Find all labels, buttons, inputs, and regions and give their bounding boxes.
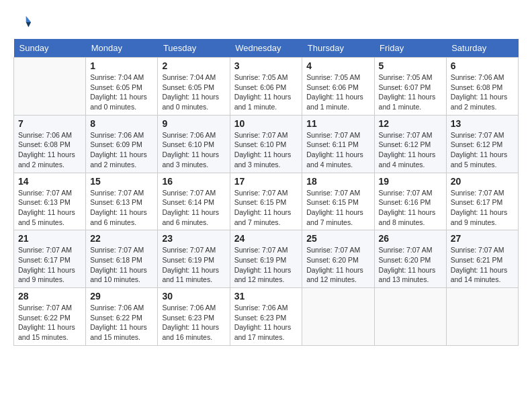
cell-info: Sunrise: 7:06 AMSunset: 6:22 PMDaylight:…	[90, 303, 153, 342]
cell-info: Sunrise: 7:07 AMSunset: 6:16 PMDaylight:…	[379, 188, 442, 228]
calendar-cell: 12Sunrise: 7:07 AMSunset: 6:12 PMDayligh…	[374, 115, 446, 173]
calendar-cell: 30Sunrise: 7:06 AMSunset: 6:23 PMDayligh…	[158, 288, 230, 346]
day-number: 22	[90, 233, 153, 244]
calendar-cell: 14Sunrise: 7:07 AMSunset: 6:13 PMDayligh…	[14, 173, 86, 230]
cell-info: Sunrise: 7:07 AMSunset: 6:15 PMDaylight:…	[306, 188, 369, 228]
day-number: 11	[306, 118, 369, 129]
calendar-cell: 21Sunrise: 7:07 AMSunset: 6:17 PMDayligh…	[14, 230, 86, 288]
calendar-cell	[446, 288, 518, 346]
calendar-cell: 24Sunrise: 7:07 AMSunset: 6:19 PMDayligh…	[230, 230, 302, 288]
calendar-cell: 20Sunrise: 7:07 AMSunset: 6:17 PMDayligh…	[446, 173, 518, 230]
calendar-cell: 7Sunrise: 7:06 AMSunset: 6:08 PMDaylight…	[14, 115, 86, 173]
day-number: 31	[234, 291, 298, 302]
calendar-cell: 18Sunrise: 7:07 AMSunset: 6:15 PMDayligh…	[302, 173, 374, 230]
calendar-cell: 6Sunrise: 7:06 AMSunset: 6:08 PMDaylight…	[446, 58, 518, 116]
header-day-monday: Monday	[86, 39, 158, 58]
day-number: 1	[90, 60, 153, 71]
cell-info: Sunrise: 7:07 AMSunset: 6:17 PMDaylight:…	[18, 245, 81, 285]
day-number: 2	[162, 60, 225, 71]
cell-info: Sunrise: 7:05 AMSunset: 6:06 PMDaylight:…	[306, 73, 369, 112]
cell-info: Sunrise: 7:07 AMSunset: 6:17 PMDaylight:…	[451, 188, 514, 228]
calendar-cell: 29Sunrise: 7:06 AMSunset: 6:22 PMDayligh…	[86, 288, 158, 346]
week-row-4: 28Sunrise: 7:07 AMSunset: 6:22 PMDayligh…	[14, 288, 519, 346]
day-number: 24	[234, 233, 298, 244]
cell-info: Sunrise: 7:07 AMSunset: 6:20 PMDaylight:…	[379, 245, 442, 285]
calendar-cell: 28Sunrise: 7:07 AMSunset: 6:22 PMDayligh…	[14, 288, 86, 346]
week-row-3: 21Sunrise: 7:07 AMSunset: 6:17 PMDayligh…	[14, 230, 519, 288]
calendar-header: SundayMondayTuesdayWednesdayThursdayFrid…	[14, 39, 519, 58]
cell-info: Sunrise: 7:06 AMSunset: 6:10 PMDaylight:…	[162, 130, 225, 170]
calendar-cell: 22Sunrise: 7:07 AMSunset: 6:18 PMDayligh…	[86, 230, 158, 288]
logo-icon	[13, 13, 32, 32]
cell-info: Sunrise: 7:07 AMSunset: 6:15 PMDaylight:…	[234, 188, 298, 228]
calendar-cell: 10Sunrise: 7:07 AMSunset: 6:10 PMDayligh…	[230, 115, 302, 173]
calendar-cell: 16Sunrise: 7:07 AMSunset: 6:14 PMDayligh…	[158, 173, 230, 230]
calendar-cell: 23Sunrise: 7:07 AMSunset: 6:19 PMDayligh…	[158, 230, 230, 288]
cell-info: Sunrise: 7:04 AMSunset: 6:05 PMDaylight:…	[90, 73, 153, 112]
calendar-cell: 19Sunrise: 7:07 AMSunset: 6:16 PMDayligh…	[374, 173, 446, 230]
calendar-cell: 5Sunrise: 7:05 AMSunset: 6:07 PMDaylight…	[374, 58, 446, 116]
cell-info: Sunrise: 7:07 AMSunset: 6:21 PMDaylight:…	[451, 245, 514, 285]
day-number: 29	[90, 291, 153, 302]
calendar-cell: 8Sunrise: 7:06 AMSunset: 6:09 PMDaylight…	[86, 115, 158, 173]
calendar-cell	[14, 58, 86, 116]
day-number: 19	[379, 176, 442, 187]
calendar-cell: 26Sunrise: 7:07 AMSunset: 6:20 PMDayligh…	[374, 230, 446, 288]
cell-info: Sunrise: 7:07 AMSunset: 6:14 PMDaylight:…	[162, 188, 225, 228]
cell-info: Sunrise: 7:05 AMSunset: 6:07 PMDaylight:…	[379, 73, 442, 112]
calendar-cell: 4Sunrise: 7:05 AMSunset: 6:06 PMDaylight…	[302, 58, 374, 116]
day-number: 28	[18, 291, 81, 302]
header-day-thursday: Thursday	[302, 39, 374, 58]
cell-info: Sunrise: 7:07 AMSunset: 6:22 PMDaylight:…	[18, 303, 81, 342]
cell-info: Sunrise: 7:07 AMSunset: 6:19 PMDaylight:…	[234, 245, 298, 285]
day-number: 16	[162, 176, 225, 187]
cell-info: Sunrise: 7:07 AMSunset: 6:10 PMDaylight:…	[234, 130, 298, 170]
cell-info: Sunrise: 7:04 AMSunset: 6:05 PMDaylight:…	[162, 73, 225, 112]
cell-info: Sunrise: 7:07 AMSunset: 6:11 PMDaylight:…	[306, 130, 369, 170]
cell-info: Sunrise: 7:07 AMSunset: 6:12 PMDaylight:…	[379, 130, 442, 170]
day-number: 10	[234, 118, 298, 129]
cell-info: Sunrise: 7:07 AMSunset: 6:19 PMDaylight:…	[162, 245, 225, 285]
calendar-cell: 13Sunrise: 7:07 AMSunset: 6:12 PMDayligh…	[446, 115, 518, 173]
week-row-2: 14Sunrise: 7:07 AMSunset: 6:13 PMDayligh…	[14, 173, 519, 230]
day-number: 14	[18, 176, 81, 187]
day-number: 9	[162, 118, 225, 129]
calendar-cell: 31Sunrise: 7:06 AMSunset: 6:23 PMDayligh…	[230, 288, 302, 346]
calendar-cell: 2Sunrise: 7:04 AMSunset: 6:05 PMDaylight…	[158, 58, 230, 116]
day-number: 30	[162, 291, 225, 302]
day-number: 21	[18, 233, 81, 244]
cell-info: Sunrise: 7:07 AMSunset: 6:12 PMDaylight:…	[451, 130, 514, 170]
day-number: 8	[90, 118, 153, 129]
cell-info: Sunrise: 7:07 AMSunset: 6:20 PMDaylight:…	[306, 245, 369, 285]
calendar-cell: 15Sunrise: 7:07 AMSunset: 6:13 PMDayligh…	[86, 173, 158, 230]
day-number: 25	[306, 233, 369, 244]
header-day-wednesday: Wednesday	[230, 39, 302, 58]
day-number: 17	[234, 176, 298, 187]
header-row: SundayMondayTuesdayWednesdayThursdayFrid…	[14, 39, 519, 58]
calendar-cell	[302, 288, 374, 346]
cell-info: Sunrise: 7:05 AMSunset: 6:06 PMDaylight:…	[234, 73, 298, 112]
day-number: 12	[379, 118, 442, 129]
cell-info: Sunrise: 7:06 AMSunset: 6:08 PMDaylight:…	[451, 73, 514, 112]
cell-info: Sunrise: 7:07 AMSunset: 6:18 PMDaylight:…	[90, 245, 153, 285]
cell-info: Sunrise: 7:06 AMSunset: 6:23 PMDaylight:…	[162, 303, 225, 342]
header-day-friday: Friday	[374, 39, 446, 58]
cell-info: Sunrise: 7:07 AMSunset: 6:13 PMDaylight:…	[90, 188, 153, 228]
calendar-cell: 17Sunrise: 7:07 AMSunset: 6:15 PMDayligh…	[230, 173, 302, 230]
calendar-cell: 25Sunrise: 7:07 AMSunset: 6:20 PMDayligh…	[302, 230, 374, 288]
header-day-saturday: Saturday	[446, 39, 518, 58]
calendar-cell: 1Sunrise: 7:04 AMSunset: 6:05 PMDaylight…	[86, 58, 158, 116]
day-number: 3	[234, 60, 298, 71]
calendar-cell	[374, 288, 446, 346]
day-number: 27	[451, 233, 514, 244]
header-day-sunday: Sunday	[14, 39, 86, 58]
logo	[13, 13, 35, 32]
page-header	[13, 13, 519, 32]
day-number: 15	[90, 176, 153, 187]
day-number: 20	[451, 176, 514, 187]
day-number: 6	[451, 60, 514, 71]
day-number: 13	[451, 118, 514, 129]
header-day-tuesday: Tuesday	[158, 39, 230, 58]
week-row-0: 1Sunrise: 7:04 AMSunset: 6:05 PMDaylight…	[14, 58, 519, 116]
day-number: 23	[162, 233, 225, 244]
